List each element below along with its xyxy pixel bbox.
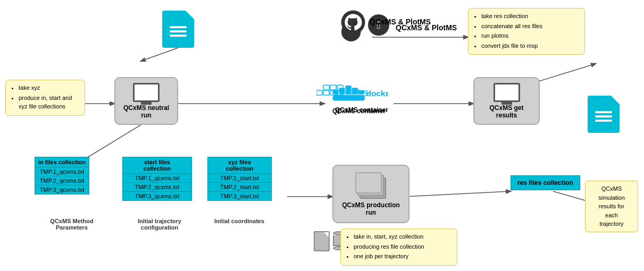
in-files-table: in files collection TMP.1_qcxms.txt TMP.… [35, 157, 89, 194]
docker-label-text: QCxMS container [335, 106, 388, 114]
in-files-section: in files collection TMP.1_qcxms.txt TMP.… [35, 157, 89, 194]
github-label-text: QCxMS & PlotMS [370, 18, 431, 26]
svg-line-0 [141, 48, 178, 61]
monitor-icon-results [494, 83, 520, 102]
svg-rect-23 [330, 85, 336, 90]
start-files-label: Initial trajectory configuration [122, 218, 197, 231]
start-files-table: start filescollection TMP.1_qcxms.txt TM… [122, 157, 192, 201]
xyz-files-section: xyz filescollection TMP.1_start.txt TMP.… [207, 157, 272, 201]
qcxms-neutral-run-box: QCxMS neutral run [114, 77, 178, 125]
res-files-section: res files collection [511, 175, 580, 190]
github-octocat [340, 10, 366, 35]
svg-rect-20 [316, 90, 322, 95]
svg-rect-21 [323, 90, 329, 95]
svg-rect-26 [323, 85, 329, 90]
svg-line-8 [404, 191, 511, 197]
docker-logo: docker. [316, 79, 386, 105]
doc-icon-top-right [588, 96, 620, 133]
xyz-files-label: Initial coordinates [207, 218, 271, 224]
xyz-files-table: xyz filescollection TMP.1_start.txt TMP.… [207, 157, 272, 201]
qcxms-get-results-box: QCxMS get results [473, 77, 540, 125]
qcxms-production-run-box: QCxMS production run [332, 165, 409, 223]
in-files-label: QCxMS Method Parameters [37, 218, 106, 231]
svg-text:docker.: docker. [345, 88, 370, 96]
note-top-right: take res collection concatenate all res … [468, 8, 585, 55]
res-files-box: res files collection [511, 175, 580, 190]
docker-logo-area: docker. [316, 79, 386, 107]
start-files-section: start filescollection TMP.1_qcxms.txt TM… [122, 157, 192, 201]
note-take-xyz: take xyz produce in, start and xyz file … [5, 80, 85, 116]
workflow-diagram: take xyz produce in, start and xyz file … [0, 0, 644, 271]
stacked-pages-icon [355, 172, 387, 201]
svg-rect-22 [330, 90, 336, 95]
svg-rect-25 [337, 85, 343, 90]
svg-rect-24 [337, 90, 343, 95]
doc-icon-top-left [162, 11, 194, 48]
monitor-icon-neutral [133, 83, 160, 102]
note-bottom-right: QCxMSsimulationresults foreachtrajectory [585, 181, 638, 232]
note-production: take in, start, xyz collection producing… [340, 228, 457, 266]
github-icon-area [340, 10, 366, 37]
